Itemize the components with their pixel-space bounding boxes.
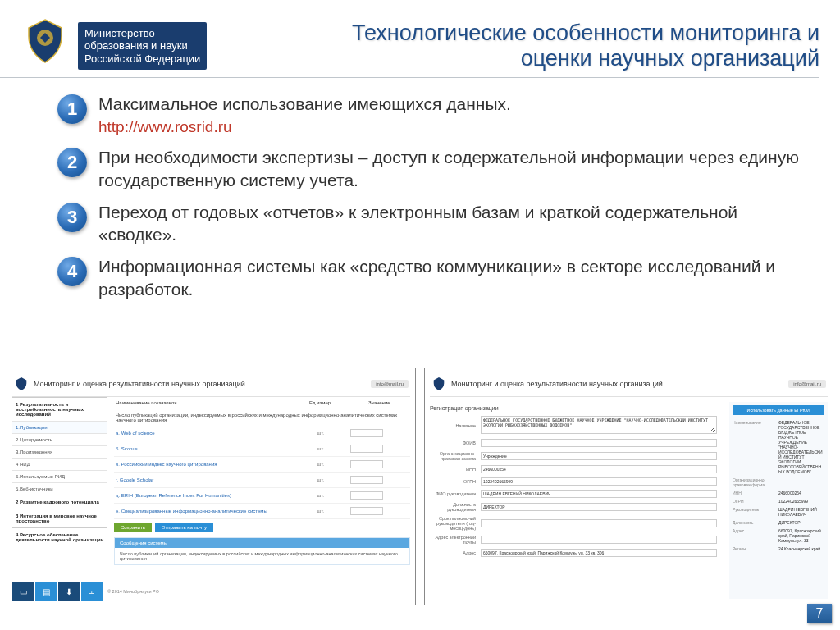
- row-unit: шт.: [291, 509, 349, 514]
- shot1-main: Наименование показателя Ед.измер. Значен…: [111, 397, 410, 599]
- tile-doc-icon[interactable]: ▤: [35, 582, 57, 601]
- term-label: Срок полномочий руководителя (год-месяц-…: [430, 516, 481, 531]
- shot1-header: Мониторинг и оценка результативности нау…: [12, 373, 410, 397]
- row-unit: шт.: [291, 493, 349, 498]
- value-input[interactable]: [350, 507, 383, 515]
- row-unit: шт.: [291, 462, 349, 467]
- shot2-title: Мониторинг и оценка результативности нау…: [451, 380, 783, 388]
- table-row: г. Google Scholarшт.: [114, 472, 410, 488]
- send-button[interactable]: Отправить на почту: [155, 523, 213, 532]
- tile-briefcase-icon[interactable]: ▭: [12, 582, 34, 601]
- row-unit: шт.: [291, 446, 349, 451]
- tile-download-icon[interactable]: ⬇: [58, 582, 80, 601]
- shot2-egrul-panel: Использовать данные ЕГРЮЛ НаименованиеФЕ…: [729, 402, 828, 599]
- item-1-text: Максимальное использование имеющихся дан…: [98, 93, 511, 115]
- r-ogrn-val: 1022402665999: [778, 499, 824, 504]
- sidebar-item[interactable]: 6.Веб-источники: [12, 482, 107, 495]
- table-row: в. Российский индекс научного цитировани…: [114, 457, 410, 472]
- addr-label: Адрес: [430, 550, 481, 555]
- screenshots-row: Мониторинг и оценка результативности нау…: [7, 368, 833, 605]
- term-field[interactable]: [481, 519, 717, 527]
- foiv-field[interactable]: [481, 439, 717, 447]
- row-unit: шт.: [291, 477, 349, 482]
- sidebar-item[interactable]: 5.Используемые РИД: [12, 470, 107, 482]
- sidebar-head-1[interactable]: 1 Результативность и востребованность на…: [12, 397, 107, 421]
- slide-title: Технологические особенности мониторинга …: [207, 16, 819, 71]
- item-1-url[interactable]: http://www.rosrid.ru: [98, 118, 511, 136]
- r-reg-val: 24 Красноярский край: [778, 546, 824, 551]
- numbered-list: 1 Максимальное использование имеющихся д…: [0, 78, 840, 300]
- fio-label: ФИО руководителя: [430, 491, 481, 496]
- value-input[interactable]: [350, 429, 383, 437]
- pos-label: Должность руководителя: [430, 502, 481, 512]
- value-input[interactable]: [350, 476, 383, 484]
- list-item: 3 Переход от годовых «отчетов» к электро…: [57, 201, 807, 246]
- ogrn-label: ОГРН: [430, 479, 481, 484]
- list-item: 1 Максимальное использование имеющихся д…: [57, 93, 807, 136]
- badge-3: 3: [57, 203, 87, 232]
- list-item: 4 Информационная системы как «средство к…: [57, 255, 807, 300]
- row-name: е. Специализированные информационно-анал…: [116, 509, 291, 514]
- fio-field[interactable]: [481, 490, 717, 498]
- sidebar-head-4[interactable]: 4 Ресурсное обеспечение деятельности нау…: [12, 527, 107, 546]
- badge-1: 1: [57, 94, 87, 124]
- sidebar-item[interactable]: 3.Произведения: [12, 445, 107, 458]
- sysmsg-body: Число публикаций организации, индексируе…: [115, 548, 409, 564]
- ogrn-field[interactable]: [481, 477, 717, 486]
- r-pos-val: ДИРЕКТОР: [778, 520, 824, 525]
- r-addr-val: 660097, Красноярский край, Парижской Ком…: [778, 528, 824, 543]
- inn-field[interactable]: [481, 465, 717, 473]
- sidebar-item[interactable]: 1.Публикации: [12, 421, 107, 433]
- list-item: 2 При необходимости экспертизы – доступ …: [57, 146, 807, 191]
- r-ruk-lbl: Руководитель: [733, 507, 778, 517]
- sidebar-head-3[interactable]: 3 Интеграция в мировое научное пространс…: [12, 509, 107, 527]
- ministry-name: Министерство образования и науки Российс…: [78, 22, 207, 71]
- tile-chart-icon[interactable]: ⫠: [81, 582, 103, 601]
- save-button[interactable]: Сохранить: [114, 523, 152, 532]
- row-name: г. Google Scholar: [116, 477, 291, 482]
- item-2-text: При необходимости экспертизы – доступ к …: [98, 146, 807, 191]
- pos-field[interactable]: [481, 503, 717, 511]
- col-val: Значение: [350, 400, 409, 405]
- page-number: 7: [807, 604, 832, 623]
- value-input[interactable]: [350, 491, 383, 500]
- egrul-button[interactable]: Использовать данные ЕГРЮЛ: [733, 405, 824, 415]
- ministry-line2: образования и науки: [84, 39, 200, 52]
- row-val: [350, 491, 409, 500]
- shot2-section: Регистрация организации: [430, 405, 729, 411]
- emblem-icon: [14, 377, 29, 391]
- r-ogrn-lbl: ОГРН: [733, 499, 778, 504]
- row-val: [350, 507, 409, 515]
- shot2-header: Мониторинг и оценка результативности нау…: [430, 373, 828, 397]
- r-inn-val: 2466000254: [778, 491, 824, 495]
- login-badge[interactable]: info@mail.ru: [788, 380, 826, 388]
- row-val: [350, 476, 409, 484]
- email-field[interactable]: [481, 536, 717, 544]
- r-pos-lbl: Должность: [733, 520, 778, 525]
- r-ruk-val: ШАДРИН ЕВГЕНИЙ НИКОЛАЕВИЧ: [778, 507, 824, 517]
- table-header: Наименование показателя Ед.измер. Значен…: [114, 397, 410, 409]
- value-input[interactable]: [350, 445, 383, 453]
- sidebar-head-2[interactable]: 2 Развитие кадрового потенциала: [12, 495, 107, 509]
- name-label: Название: [430, 423, 481, 428]
- name-field[interactable]: ФЕДЕРАЛЬНОЕ ГОСУДАРСТВЕННОЕ БЮДЖЕТНОЕ НА…: [481, 416, 717, 434]
- sidebar-item[interactable]: 4 НИД: [12, 458, 107, 470]
- value-input[interactable]: [350, 460, 383, 468]
- row-val: [350, 460, 409, 468]
- r-reg-lbl: Регион: [733, 546, 778, 551]
- row-name: д. ERIH (European Reference Index For Hu…: [116, 493, 291, 498]
- login-badge[interactable]: info@mail.ru: [371, 380, 409, 388]
- screenshot-2: Мониторинг и оценка результативности нау…: [424, 368, 833, 605]
- addr-field[interactable]: [481, 549, 717, 557]
- emblem-icon: [431, 377, 446, 391]
- title-line1: Технологические особенности мониторинга …: [207, 21, 819, 46]
- system-message: Сообщения системы Число публикаций орган…: [114, 537, 410, 565]
- r-opf-val: [778, 477, 824, 487]
- row-val: [350, 445, 409, 453]
- sidebar-item[interactable]: 2.Цитируемость: [12, 433, 107, 445]
- table-row: б. Scopusшт.: [114, 441, 410, 457]
- opf-field[interactable]: [481, 452, 717, 460]
- table-row: a. Web of scienceшт.: [114, 426, 410, 441]
- r-name-lbl: Наименование: [733, 420, 778, 474]
- col-unit: Ед.измер.: [291, 400, 349, 405]
